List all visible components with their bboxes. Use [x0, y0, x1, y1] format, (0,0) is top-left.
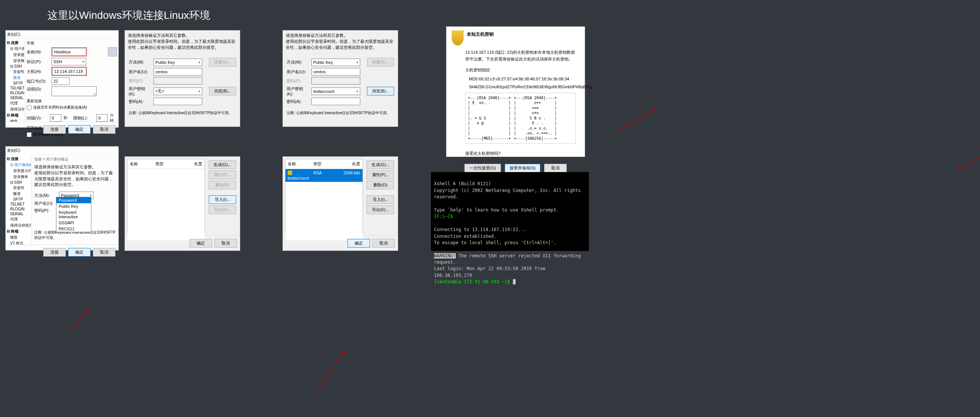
connection-dialog: 类别(C): ⊟ 连接 ⊟ 用户身份验证 登录提示符 登录脚本 ⊟ SSH 安全… [5, 30, 119, 128]
option-password[interactable]: Password [56, 197, 91, 203]
protocol-dropdown[interactable]: SSH [51, 58, 86, 65]
auth-dialog-empty-key: 请选择身份验证方法和其它参数。 使用此部分以节省登录时间。但是，为了最大限度地提… [124, 30, 240, 127]
col-length: 长度 [179, 160, 205, 168]
port-input[interactable] [51, 78, 70, 85]
password-label: 密码(P): [129, 78, 151, 84]
properties-button: 属性(P)... [209, 171, 236, 179]
accept-save-button[interactable]: 接受并保存(S) [505, 164, 541, 173]
method-dropdown-list[interactable]: Password Public Key Keyboard Interactive… [56, 197, 91, 232]
method-dropdown[interactable]: Public Key [311, 59, 360, 66]
userkey-dropdown[interactable]: testaccount [311, 87, 360, 95]
shortcut-icon[interactable] [108, 48, 117, 56]
nagle-checkbox[interactable] [27, 132, 32, 137]
auth-head2: 使用此部分以节省登录时间。但是，为了最大限度地提高安全性，如果担心安全问题，建议… [128, 39, 237, 51]
ok-button[interactable]: 确定 [189, 239, 212, 247]
connect-button[interactable]: 连接 [43, 125, 66, 134]
ok-button[interactable]: 确定 [347, 239, 370, 247]
delete-button[interactable]: 删除(D) [367, 181, 394, 189]
table-row[interactable]: testaccount RSA 2048 bits [285, 169, 363, 182]
interval-label: 间隔(V): [27, 115, 48, 121]
export-button[interactable]: 导出(E)... [367, 206, 394, 214]
limit-label: 限制(L): [73, 115, 94, 121]
passphrase-input[interactable] [311, 98, 360, 105]
properties-button[interactable]: 属性(P)... [367, 171, 394, 179]
hostkey-cancel-button[interactable]: 取消 [544, 164, 567, 173]
protocol-label: 协议(P): [27, 59, 49, 65]
passphrase-input[interactable] [153, 98, 202, 105]
user-label: 用户名(U): [129, 69, 151, 75]
col-type: 类型 [153, 160, 179, 168]
desc-label: 说明(D): [27, 86, 49, 92]
generate-button[interactable]: 生成(G)... [209, 160, 236, 169]
name-input[interactable] [52, 48, 86, 55]
svg-line-2 [617, 109, 655, 132]
method-dropdown[interactable]: Public Key [153, 59, 202, 66]
key-icon [288, 171, 292, 175]
hostkey-title: 未知主机密钥 [467, 30, 494, 38]
limit-input[interactable] [96, 114, 108, 122]
category-tree[interactable]: ⊟ 连接 ⊟ 用户身份验证 登录提示符 登录脚本 ⊟ SSH 安全性 隧道 SF… [6, 155, 32, 244]
password-input [153, 77, 202, 84]
option-pkcs11[interactable]: PKCS11 [56, 226, 91, 232]
accept-once-button[interactable]: 一次性接受(O) [465, 164, 501, 173]
delete-button: 删除(D) [209, 181, 236, 189]
auth-note: 注释: 公钥和Keyboard Interactive仅在SSH/SFTP协议中… [129, 111, 236, 116]
ok-button[interactable]: 确定 [68, 248, 91, 257]
export-button: 导出(E)... [209, 206, 236, 214]
host-label: 主机(H): [27, 69, 49, 75]
svg-marker-7 [85, 309, 88, 312]
method-label: 方法(M): [129, 59, 151, 65]
interval-input[interactable] [50, 114, 61, 122]
auth-dialog-testaccount: 请选择身份验证方法和其它参数。 使用此部分以节省登录时间。但是，为了最大限度地提… [282, 30, 398, 127]
svg-marker-3 [652, 109, 655, 112]
connect-button[interactable]: 连接 [43, 248, 66, 257]
category-tree[interactable]: ⊟ 连接 ⊟ 用户身份验证 登录提示符 登录脚本 ⊟ SSH 安全性 隧道 SF… [6, 39, 25, 122]
auto-reconnect-label: 连接异常关闭时自动重新连接(A) [33, 105, 87, 110]
browse-button[interactable]: 浏览(B)... [209, 87, 236, 95]
username-input[interactable] [311, 68, 360, 76]
svg-marker-9 [342, 351, 345, 355]
option-public-key[interactable]: Public Key [56, 203, 91, 209]
hostkey-desc: 13.114.167.119 (端口: 22)的主机密钥未在本地主机密钥数据库中… [465, 49, 576, 62]
port-label: 端口号(O): [27, 79, 49, 84]
shield-icon [452, 30, 464, 46]
auto-reconnect-checkbox[interactable] [27, 105, 32, 110]
userkey-dropdown[interactable]: <无> [153, 87, 202, 95]
md5-fingerprint: MD5:66:32:c3:c6:27:07:e4:9b:38:46:57:18:… [469, 76, 576, 82]
auth-head1: 请选择身份验证方法和其它参数。 [128, 33, 237, 39]
cancel-button[interactable]: 取消 [93, 248, 115, 257]
name-label: 名称(N): [27, 49, 49, 55]
terminal[interactable]: Xshell 6 (Build 0121) Copyright (c) 2002… [431, 172, 589, 251]
page-title: 这里以Windows环境连接Linux环境 [48, 8, 210, 22]
svg-marker-5 [958, 167, 962, 171]
option-gssapi[interactable]: GSSAPI [56, 220, 91, 226]
import-button[interactable]: 导入(I)... [367, 195, 394, 204]
breadcrumb: 连接 > 用户身份验证 [32, 155, 118, 163]
ok-button[interactable]: 确定 [68, 125, 91, 134]
warning-highlight: WARNING! [434, 253, 456, 258]
userkey-label: 用户密钥(K): [129, 86, 151, 96]
generate-button[interactable]: 生成(G)... [367, 160, 394, 169]
sha-fingerprint: SHA256:G1muKfzpdZ7PuRm233e9t8JiEWguNUBGm… [469, 84, 576, 90]
svg-line-6 [72, 309, 88, 331]
import-button[interactable]: 导入(I)... [209, 195, 236, 204]
key-manager-empty: 名称 类型 长度 生成(G)... 属性(P)... 删除(D) 导入(I)..… [124, 156, 240, 251]
hostkey-dialog: 未知主机密钥 13.114.167.119 (端口: 22)的主机密钥未在本地主… [446, 26, 585, 157]
password-input [311, 77, 360, 84]
cancel-button[interactable]: 取消 [214, 239, 237, 247]
key-manager-populated: 名称 类型 长度 testaccount RSA 2048 bits 生成(G)… [282, 156, 398, 251]
option-keyboard-interactive[interactable]: Keyboard Interactive [56, 209, 91, 220]
ascii-art: +---[RSA 2048]----+ | E oo. . | | | | | … [465, 93, 576, 144]
cancel-button[interactable]: 取消 [372, 239, 395, 247]
cancel-button[interactable]: 取消 [93, 125, 115, 134]
accept-question: 接受此主机密钥吗? [465, 150, 576, 157]
fingerprint-label: 主机密钥指纹: [465, 67, 576, 74]
prompt-remote: [centos@ip-172-31-36-153 ~]$ [434, 279, 513, 284]
auth-dialog-dropdown-open: 类别(C): ⊟ 连接 ⊟ 用户身份验证 登录提示符 登录脚本 ⊟ SSH 安全… [5, 146, 119, 251]
browse-button[interactable]: 浏览(B)... [367, 87, 394, 95]
desc-input[interactable] [51, 86, 97, 96]
host-input[interactable] [52, 68, 86, 75]
key-table-body [127, 169, 205, 241]
username-input[interactable] [153, 68, 202, 76]
prompt-local: [F:\~]$ [434, 214, 456, 219]
